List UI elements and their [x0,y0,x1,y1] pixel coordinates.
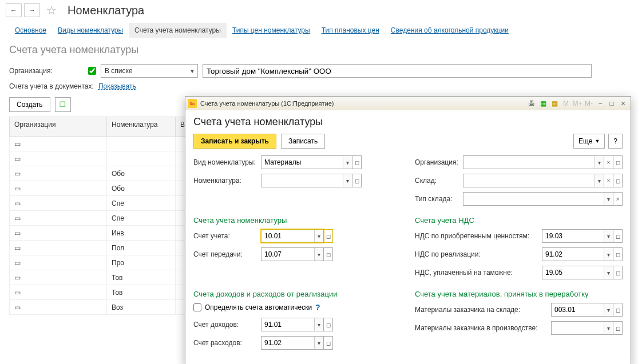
dialog-titlebar-text: Счета учета номенклатуры (1С:Предприятие… [200,100,334,107]
tab-main[interactable]: Основное [9,23,52,38]
open-button[interactable]: ◻ [613,303,623,317]
open-button[interactable]: ◻ [324,336,333,350]
save-close-button[interactable]: Записать и закрыть [193,134,276,149]
income-combo: ▾ [261,318,324,331]
calc-mplus-icon[interactable]: M+ [572,98,582,109]
mat-wh-label: Материалы заказчика на складе: [415,306,551,314]
tab-kinds[interactable]: Виды номенклатуры [52,23,129,38]
kind-input[interactable] [261,156,343,169]
dialog-titlebar[interactable]: 1c Счета учета номенклатуры (1С:Предприя… [185,97,631,110]
vat-acq-input[interactable] [542,230,604,242]
kind-label: Вид номенклатуры: [193,158,261,166]
calc-m-icon[interactable]: M [561,98,571,109]
chevron-down-icon[interactable]: ▾ [314,337,323,349]
show-accounts-link[interactable]: Показывать [98,82,136,90]
acct-input[interactable] [261,230,314,242]
expense-label: Счет расходов: [193,339,261,347]
open-button[interactable]: ◻ [352,155,362,169]
favorite-star-icon[interactable]: ☆ [45,3,58,17]
help-button[interactable]: ? [608,134,623,149]
close-icon[interactable]: × [618,98,628,109]
org-input[interactable] [463,156,595,169]
more-button[interactable]: Еще ▼ [573,134,605,149]
chevron-down-icon[interactable]: ▾ [314,248,323,261]
org-filter-checkbox[interactable] [88,67,96,75]
open-button[interactable]: ◻ [324,229,333,243]
transfer-input[interactable] [261,248,314,261]
dialog-body: Счета учета номенклатуры Записать и закр… [185,110,631,364]
open-button[interactable]: ◻ [352,174,362,187]
page-title: Номенклатура [68,4,144,17]
calc-mminus-icon[interactable]: M- [584,98,594,109]
chevron-down-icon[interactable]: ▾ [604,322,613,334]
copy-button[interactable]: ❐ [55,97,71,112]
wh-input[interactable] [463,174,595,187]
org-filter-mode-select[interactable]: В списке ▼ [101,64,198,78]
whtype-input[interactable] [463,193,604,205]
filter-org-row: Организация: В списке ▼ [0,62,638,80]
chevron-down-icon[interactable]: ▾ [604,230,613,242]
col-nom[interactable]: Номенклатура [107,117,176,137]
top-right-col: Организация: ▾ × ◻ Склад: ▾ × ◻ [415,155,623,210]
chevron-down-icon[interactable]: ▾ [343,174,352,187]
nav-toolbar: ← → ☆ Номенклатура [0,0,638,21]
expense-combo: ▾ [261,336,324,350]
realization-col: Счета доходов и расходов от реализации О… [193,284,401,354]
org-filter-value-input[interactable] [203,64,592,78]
kind-row: Вид номенклатуры: ▾ ◻ [193,155,401,169]
tab-alcohol[interactable]: Сведения об алкогольной продукции [385,23,514,38]
help-icon[interactable]: ? [315,303,320,312]
print-icon[interactable]: 🖶 [526,98,537,109]
open-button[interactable]: ◻ [324,247,333,261]
acct-input-combo: ▾ [261,229,324,243]
vat-real-input[interactable] [542,248,604,261]
mat-wh-input[interactable] [552,303,604,316]
mat-prod-input[interactable] [552,322,604,334]
chevron-down-icon[interactable]: ▾ [604,248,613,261]
chevron-down-icon[interactable]: ▾ [604,303,613,316]
open-button[interactable]: ◻ [613,174,623,187]
income-input[interactable] [261,318,314,331]
back-button[interactable]: ← [6,3,22,17]
chevron-down-icon[interactable]: ▾ [343,156,352,169]
maximize-icon[interactable]: □ [607,98,617,109]
expense-input[interactable] [261,337,314,349]
open-button[interactable]: ◻ [613,247,623,261]
chevron-down-icon: ▼ [595,138,600,144]
row-icon: ▭ [10,255,107,270]
row-icon: ▭ [10,241,107,255]
clear-button[interactable]: × [613,192,623,206]
auto-checkbox[interactable] [193,303,201,311]
kind-input-combo: ▾ [261,155,352,169]
chevron-down-icon[interactable]: ▾ [604,266,613,279]
tab-plan-price[interactable]: Тип плановых цен [316,23,385,38]
create-button[interactable]: Создать [9,97,50,112]
chevron-down-icon[interactable]: ▾ [314,318,323,331]
chevron-down-icon[interactable]: ▾ [604,193,613,205]
open-button[interactable]: ◻ [613,229,623,243]
transfer-input-combo: ▾ [261,247,324,261]
grid-icon[interactable]: ▦ [538,98,548,109]
minimize-icon[interactable]: − [595,98,605,109]
col-org[interactable]: Организация [10,117,107,137]
save-button[interactable]: Записать [281,134,325,149]
calendar-icon[interactable]: ▦ [549,98,560,109]
chevron-down-icon[interactable]: ▾ [595,174,604,187]
transfer-row: Счет передачи: ▾ ◻ [193,247,401,261]
tab-accounts[interactable]: Счета учета номенклатуры [129,23,227,38]
chevron-down-icon[interactable]: ▾ [314,230,323,242]
clear-button[interactable]: × [604,174,613,187]
chevron-down-icon[interactable]: ▾ [595,156,604,169]
realization-head: Счета доходов и расходов от реализации [193,290,401,298]
forward-button[interactable]: → [24,3,40,17]
open-button[interactable]: ◻ [324,318,333,331]
nom-input[interactable] [261,174,343,187]
open-button[interactable]: ◻ [613,321,623,335]
row-icon: ▭ [10,151,107,166]
vat-cust-input[interactable] [542,266,604,279]
row-icon: ▭ [10,166,107,181]
clear-button[interactable]: × [604,155,613,169]
tab-price-types[interactable]: Типы цен номенклатуры [227,23,316,38]
open-button[interactable]: ◻ [613,155,623,169]
open-button[interactable]: ◻ [613,266,623,279]
